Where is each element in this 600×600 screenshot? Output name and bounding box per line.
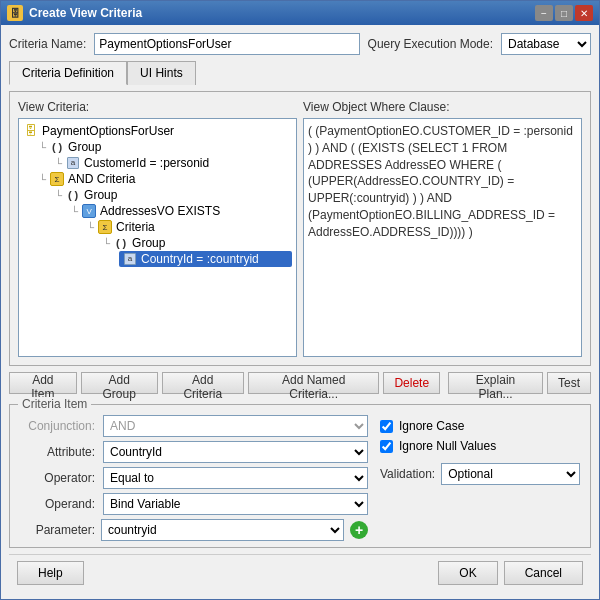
explain-plan-button[interactable]: Explain Plan... xyxy=(448,372,543,394)
vo-icon: V xyxy=(81,204,97,218)
tab-ui-hints[interactable]: UI Hints xyxy=(127,61,196,85)
tree-item-group3-label: Group xyxy=(132,236,165,250)
tree-item-criteria-label: Criteria xyxy=(116,220,155,234)
tree-item-group2-label: Group xyxy=(84,188,117,202)
tree-item-root[interactable]: 🗄 PaymentOptionsForUser xyxy=(23,123,292,139)
test-button[interactable]: Test xyxy=(547,372,591,394)
criteria-name-input[interactable] xyxy=(94,33,359,55)
add-group-button[interactable]: Add Group xyxy=(81,372,158,394)
conjunction-row: Conjunction: AND xyxy=(20,415,368,437)
add-item-button[interactable]: Add Item xyxy=(9,372,77,394)
add-named-criteria-button[interactable]: Add Named Criteria... xyxy=(248,372,380,394)
connector4: └ xyxy=(55,190,62,201)
ok-button[interactable]: OK xyxy=(438,561,497,585)
title-bar-left: 🗄 Create View Criteria xyxy=(7,5,142,21)
tree-item-countryid[interactable]: a CountryId = :countryid xyxy=(119,251,292,267)
main-window: 🗄 Create View Criteria − □ ✕ Criteria Na… xyxy=(0,0,600,600)
operator-label: Operator: xyxy=(20,471,95,485)
title-bar: 🗄 Create View Criteria − □ ✕ xyxy=(1,1,599,25)
group-icon2: ( ) xyxy=(65,188,81,202)
tree-item-countryid-label: CountryId = :countryid xyxy=(141,252,259,266)
tree-item-group3[interactable]: └ ( ) Group xyxy=(103,235,292,251)
operator-row: Operator: Equal to xyxy=(20,467,368,489)
connector7: └ xyxy=(103,238,110,249)
operand-label: Operand: xyxy=(20,497,95,511)
ignore-null-label: Ignore Null Values xyxy=(399,439,496,453)
ignore-null-row: Ignore Null Values xyxy=(380,439,580,453)
criteria-name-label: Criteria Name: xyxy=(9,37,86,51)
tab-content-area: View Criteria: 🗄 PaymentOptionsForUser └… xyxy=(9,91,591,366)
criteria-form-right: Ignore Case Ignore Null Values Validatio… xyxy=(380,415,580,541)
tree-item-group1-label: Group xyxy=(68,140,101,154)
where-clause-label: View Object Where Clause: xyxy=(303,100,582,114)
tree-item-root-label: PaymentOptionsForUser xyxy=(42,124,174,138)
tree-item-group1[interactable]: └ ( ) Group xyxy=(39,139,292,155)
attribute-row: Attribute: CountryId xyxy=(20,441,368,463)
criteria-item-legend: Criteria Item xyxy=(18,397,91,411)
connector3: └ xyxy=(39,174,46,185)
view-criteria-tree[interactable]: 🗄 PaymentOptionsForUser └ ( ) Group └ a … xyxy=(18,118,297,357)
conjunction-select[interactable]: AND xyxy=(103,415,368,437)
validation-select[interactable]: Optional xyxy=(441,463,580,485)
window-title: Create View Criteria xyxy=(29,6,142,20)
tree-item-criteria[interactable]: └ Σ Criteria xyxy=(87,219,292,235)
header-row: Criteria Name: Query Execution Mode: Dat… xyxy=(9,33,591,55)
tab-bar: Criteria Definition UI Hints xyxy=(9,61,591,85)
connector5: └ xyxy=(71,206,78,217)
attr-icon1: a xyxy=(65,156,81,170)
criteria-icon: Σ xyxy=(97,220,113,234)
operand-select[interactable]: Bind Variable xyxy=(103,493,368,515)
ignore-case-checkbox[interactable] xyxy=(380,420,393,433)
help-button[interactable]: Help xyxy=(17,561,84,585)
tree-item-customerid-label: CustomerId = :personid xyxy=(84,156,209,170)
window-icon: 🗄 xyxy=(7,5,23,21)
bottom-bar: Help OK Cancel xyxy=(9,554,591,591)
title-bar-controls: − □ ✕ xyxy=(535,5,593,21)
operator-select[interactable]: Equal to xyxy=(103,467,368,489)
group-icon1: ( ) xyxy=(49,140,65,154)
ignore-case-row: Ignore Case xyxy=(380,419,580,433)
ignore-case-label: Ignore Case xyxy=(399,419,464,433)
close-button[interactable]: ✕ xyxy=(575,5,593,21)
tree-item-group2[interactable]: └ ( ) Group xyxy=(55,187,292,203)
minimize-button[interactable]: − xyxy=(535,5,553,21)
and-icon: Σ xyxy=(49,172,65,186)
attr-icon2: a xyxy=(122,252,138,266)
main-content: Criteria Name: Query Execution Mode: Dat… xyxy=(1,25,599,599)
ignore-null-checkbox[interactable] xyxy=(380,440,393,453)
tree-item-addresses-vo[interactable]: └ V AddressesVO EXISTS xyxy=(71,203,292,219)
tree-panel-label: View Criteria: xyxy=(18,100,297,114)
operand-row: Operand: Bind Variable xyxy=(20,493,368,515)
tree-item-and-criteria[interactable]: └ Σ AND Criteria xyxy=(39,171,292,187)
root-icon: 🗄 xyxy=(23,124,39,138)
cancel-button[interactable]: Cancel xyxy=(504,561,583,585)
validation-label: Validation: xyxy=(380,467,435,481)
attribute-select[interactable]: CountryId xyxy=(103,441,368,463)
tree-item-customerid[interactable]: └ a CustomerId = :personid xyxy=(55,155,292,171)
where-clause-panel: View Object Where Clause: ( (PaymentOpti… xyxy=(303,100,582,357)
delete-button[interactable]: Delete xyxy=(383,372,440,394)
tree-item-addresses-label: AddressesVO EXISTS xyxy=(100,204,220,218)
tab-criteria-definition[interactable]: Criteria Definition xyxy=(9,61,127,85)
query-exec-label: Query Execution Mode: xyxy=(368,37,493,51)
parameter-label: Parameter: xyxy=(20,523,95,537)
validation-row: Validation: Optional xyxy=(380,463,580,485)
maximize-button[interactable]: □ xyxy=(555,5,573,21)
add-parameter-button[interactable]: + xyxy=(350,521,368,539)
query-exec-select[interactable]: Database xyxy=(501,33,591,55)
group-icon3: ( ) xyxy=(113,236,129,250)
attribute-label: Attribute: xyxy=(20,445,95,459)
connector1: └ xyxy=(39,142,46,153)
connector2: └ xyxy=(55,158,62,169)
action-buttons: Add Item Add Group Add Criteria Add Name… xyxy=(9,372,591,394)
tree-panel-container: View Criteria: 🗄 PaymentOptionsForUser └… xyxy=(18,100,297,357)
conjunction-label: Conjunction: xyxy=(20,419,95,433)
connector6: └ xyxy=(87,222,94,233)
where-clause-text: ( (PaymentOptionEO.CUSTOMER_ID = :person… xyxy=(303,118,582,357)
tree-item-and-label: AND Criteria xyxy=(68,172,135,186)
parameter-row: Parameter: countryid + xyxy=(20,519,368,541)
criteria-item-section: Criteria Item Conjunction: AND Attribute… xyxy=(9,404,591,548)
add-criteria-button[interactable]: Add Criteria xyxy=(162,372,244,394)
parameter-select[interactable]: countryid xyxy=(101,519,344,541)
bottom-right-buttons: OK Cancel xyxy=(438,561,583,585)
